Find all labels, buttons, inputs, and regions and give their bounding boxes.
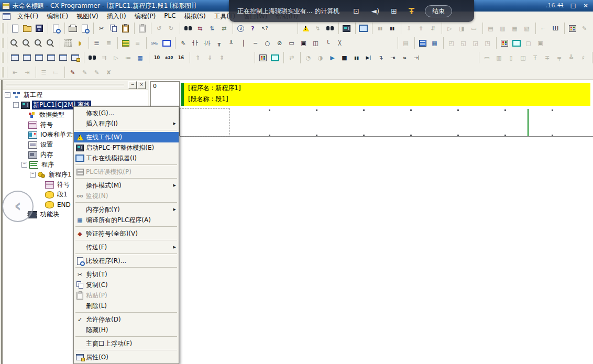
context-menu-item-delete[interactable]: 删除(L) — [74, 301, 179, 311]
context-menu-item-transfer[interactable]: 传送(F)▶ — [74, 242, 179, 252]
menu-insert[interactable]: 插入(I) — [103, 12, 130, 21]
collapse-icon[interactable]: − — [5, 92, 10, 98]
retrace-icon[interactable]: ⇄ — [218, 23, 230, 34]
help-icon[interactable]: ? — [247, 23, 259, 34]
mnemonic-view-icon[interactable]: SMa — [148, 37, 160, 49]
context-menu-item-insert-program[interactable]: 插入程序(I)▶ — [74, 118, 179, 129]
context-menu-item-work-online[interactable]: 在线工作(W) — [74, 132, 179, 142]
force-set-icon[interactable] — [566, 23, 578, 34]
show-symbol-bar-icon[interactable]: ◗ — [74, 37, 86, 49]
monitor-signed-decimal-icon[interactable]: ±10 — [163, 52, 175, 63]
context-menu-item-hide[interactable]: 隐藏(H) — [74, 325, 179, 335]
zoom-in-icon[interactable] — [33, 37, 45, 49]
fullscreen-icon[interactable]: ⊡ — [353, 7, 359, 15]
context-menu-item-operating-mode[interactable]: 操作模式(M)▶ — [74, 180, 179, 191]
new-closed-coil-icon[interactable]: ⊘ — [273, 37, 285, 49]
step-in-icon[interactable]: ↴ — [375, 52, 387, 63]
monitor-decimal-icon[interactable]: 10 — [151, 52, 163, 63]
monitor-icon[interactable] — [357, 23, 369, 34]
selected-cell-cursor[interactable] — [180, 108, 230, 137]
context-menu-item-modify[interactable]: 修改(G)... — [74, 108, 179, 118]
simulator-online-icon[interactable] — [341, 23, 353, 34]
tree-item-new-project[interactable]: −新工程 — [3, 90, 148, 100]
new-function-block-icon[interactable]: ◫ — [310, 37, 322, 49]
toolbar-grip[interactable] — [2, 67, 4, 78]
watch-sheet-window-icon[interactable] — [33, 52, 45, 63]
context-menu-item-allow-docking[interactable]: ✓允许停放(D) — [74, 314, 179, 325]
new-instruction-icon[interactable]: ▭ — [285, 37, 298, 49]
close-button[interactable]: × — [581, 1, 590, 9]
collapse-icon[interactable]: − — [21, 162, 27, 168]
show-rung-annotation-icon[interactable]: ☰ — [91, 37, 103, 49]
watch-window-icon[interactable] — [498, 37, 510, 49]
select-mode-icon[interactable]: ⇖ — [177, 37, 189, 49]
context-menu-item-work-online-simulator[interactable]: 工作在线模拟器(I) — [74, 153, 179, 163]
tree-panel-header[interactable]: − × — [3, 80, 148, 90]
context-menu-item-cut[interactable]: ✂剪切(T) — [74, 269, 179, 280]
pt-integrated-simulation-icon[interactable] — [269, 52, 281, 63]
context-help-icon[interactable]: ↖? — [259, 23, 271, 34]
restore-button[interactable]: □ — [569, 1, 577, 9]
monitor-hex-icon[interactable]: 16 — [175, 52, 187, 63]
io-comment-view-icon[interactable]: ▦ — [134, 52, 146, 63]
zoom-out-icon[interactable] — [45, 37, 57, 49]
print-preview-icon[interactable] — [79, 23, 91, 34]
context-menu-item-compile-all-plc-programs[interactable]: ▦编译所有的PLC程序(A) — [74, 215, 179, 225]
memory-view-icon[interactable] — [510, 37, 522, 49]
menu-plc[interactable]: PLC — [160, 12, 180, 21]
step-run-icon[interactable]: ▶| — [363, 52, 375, 63]
find-all-icon[interactable] — [86, 52, 98, 63]
workspace-window-icon[interactable] — [9, 52, 21, 63]
zoom-100-icon[interactable] — [21, 37, 33, 49]
work-online-simulator-icon[interactable] — [324, 23, 336, 34]
context-menu-item-copy[interactable]: 复制(C) — [74, 280, 179, 290]
context-menu-item-validate-symbols-all[interactable]: ◆验证符号(全部)(V) — [74, 228, 179, 239]
audio-icon[interactable]: ◄) — [371, 7, 379, 15]
zoom-fit-icon[interactable] — [9, 37, 21, 49]
show-grid-icon[interactable] — [62, 37, 74, 49]
cut-icon[interactable]: ✂ — [95, 23, 107, 34]
zoom-monitor-window-icon[interactable] — [160, 37, 172, 49]
new-coil-icon[interactable]: ○ — [261, 37, 273, 49]
open-project-icon[interactable] — [21, 23, 33, 34]
forced-status-icon[interactable]: Ш — [550, 23, 562, 34]
run-to-cursor-icon[interactable]: →| — [411, 52, 423, 63]
about-icon[interactable] — [235, 23, 247, 34]
toolbar-grip[interactable] — [2, 52, 4, 63]
simulation-pause-icon[interactable]: ▮▮ — [350, 52, 363, 63]
run-simulator-icon[interactable] — [257, 52, 269, 63]
replace-icon[interactable]: ⇆ — [194, 23, 206, 34]
menu-file[interactable]: 文件(F) — [13, 12, 42, 21]
find-in-project-icon[interactable]: ⇅ — [206, 23, 218, 34]
edit-comment-icon[interactable]: ✎ — [67, 67, 79, 78]
context-menu-item-properties[interactable]: 属性(O) — [74, 352, 179, 362]
new-contact-icon[interactable]: ┤├ — [189, 37, 201, 49]
context-menu-item-compare-program[interactable]: 比较程序(R)... — [74, 256, 179, 266]
compile-program-icon[interactable] — [416, 37, 429, 49]
context-menu-item-memory-allocation[interactable]: 内存分配(Y)▶ — [74, 204, 179, 215]
toolbar-grip[interactable] — [2, 23, 4, 34]
compare-programs-icon[interactable] — [50, 23, 62, 34]
simulation-stop-icon[interactable]: ■ — [338, 52, 350, 63]
menu-view[interactable]: 视图(V) — [72, 12, 103, 21]
step-out-icon[interactable]: ⇥ — [387, 52, 399, 63]
address-reference-icon[interactable] — [57, 52, 69, 63]
properties-window-icon[interactable] — [69, 52, 81, 63]
output-window-icon[interactable] — [21, 52, 33, 63]
minimize-button[interactable]: — — [556, 1, 565, 9]
annotation-tool-icon[interactable]: Ŧ — [409, 6, 414, 16]
cross-reference-icon[interactable] — [45, 52, 57, 63]
work-online-icon[interactable] — [300, 23, 312, 34]
new-project-icon[interactable] — [9, 23, 21, 34]
new-closed-contact-icon[interactable]: ┤/├ — [201, 37, 213, 49]
copy-icon[interactable] — [107, 23, 119, 34]
new-or-contact-icon[interactable]: ╥ — [213, 37, 225, 49]
compile-all-icon[interactable]: ▦ — [429, 37, 441, 49]
context-menu-item-float-in-main-window[interactable]: 主窗口上浮动(F) — [74, 338, 179, 349]
new-horizontal-line-icon[interactable]: ─ — [249, 37, 261, 49]
floating-back-button[interactable]: ‹ — [2, 191, 34, 222]
end-session-button[interactable]: 结束 — [425, 5, 452, 17]
line-connect-icon[interactable]: └ — [322, 37, 334, 49]
ladder-editor[interactable]: 0 [程序名 : 新程序1] [段名称 : 段1] — [149, 80, 593, 364]
menu-simulation[interactable]: 模拟(S) — [180, 12, 210, 21]
